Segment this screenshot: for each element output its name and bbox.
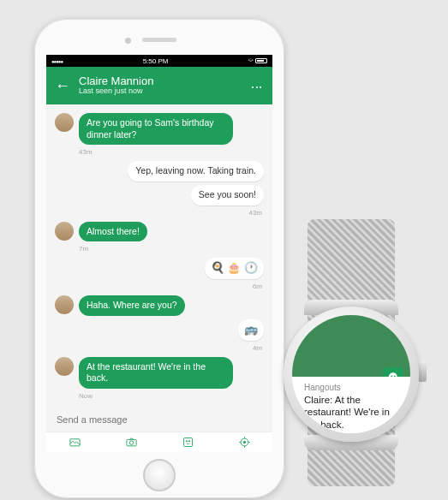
message-bubble-emoji[interactable]: 🍳 🎂 🕐 [205, 258, 264, 279]
message-row: Yep, leaving now. Taking train. [55, 161, 264, 182]
watch-case: Hangouts Claire: At the restaurant! We'r… [284, 307, 419, 442]
timestamp: 6m [55, 283, 262, 290]
status-time: 5:50 PM [143, 57, 169, 65]
watch-notification-text: Claire: At the restaurant! We're in the … [304, 394, 398, 431]
phone-front-camera [125, 38, 131, 44]
status-bar: 5:50 PM [46, 55, 272, 67]
message-row: At the restaurant! We're in the back. [55, 357, 264, 389]
location-icon[interactable] [237, 436, 251, 449]
composer[interactable] [46, 408, 272, 432]
timestamp: 7m [79, 245, 264, 253]
message-input[interactable] [57, 414, 262, 425]
bottom-toolbar [46, 432, 272, 452]
avatar[interactable] [55, 222, 74, 241]
sticker-icon[interactable] [181, 436, 194, 449]
battery-icon [248, 57, 267, 65]
message-bubble-out[interactable]: Yep, leaving now. Taking train. [128, 161, 264, 182]
phone-screen: 5:50 PM ← Claire Mannion Last seen just … [46, 55, 272, 452]
message-bubble-in[interactable]: At the restaurant! We're in the back. [79, 357, 233, 389]
svg-point-4 [186, 441, 187, 442]
watch-app-name: Hangouts [304, 383, 398, 392]
watch-notification-body[interactable]: Hangouts Claire: At the restaurant! We'r… [292, 377, 410, 433]
message-row: Almost there! [55, 222, 264, 242]
svg-point-7 [243, 441, 246, 443]
phone-device: 5:50 PM ← Claire Mannion Last seen just … [34, 19, 284, 498]
message-bubble-in[interactable]: Haha. Where are you? [79, 295, 185, 316]
chat-header: ← Claire Mannion Last seen just now [46, 67, 272, 104]
signal-icon [51, 57, 63, 65]
message-row: Haha. Where are you? [55, 295, 264, 316]
back-icon[interactable]: ← [55, 77, 70, 95]
watch-crown[interactable] [418, 361, 427, 382]
contact-name: Claire Mannion [79, 75, 242, 87]
watch-device: Hangouts Claire: At the restaurant! We'r… [277, 219, 426, 486]
contact-subtitle: Last seen just now [79, 87, 242, 96]
gallery-icon[interactable] [68, 436, 81, 449]
avatar[interactable] [55, 357, 74, 376]
message-row: Are you going to Sam's birthday dinner l… [55, 113, 264, 145]
timestamp: 43m [79, 148, 264, 156]
message-bubble-emoji[interactable]: 🚌 [238, 319, 264, 341]
chat-area[interactable]: Are you going to Sam's birthday dinner l… [46, 104, 272, 408]
phone-speaker [142, 38, 176, 42]
watch-face[interactable]: Hangouts Claire: At the restaurant! We'r… [292, 315, 410, 433]
home-button[interactable] [143, 459, 176, 491]
message-row: 🍳 🎂 🕐 [55, 258, 264, 279]
wifi-icon [248, 57, 253, 65]
message-row: 🚌 [55, 319, 264, 341]
message-row: See you soon! [55, 185, 264, 205]
svg-point-5 [188, 441, 189, 442]
more-icon[interactable] [250, 81, 264, 91]
svg-rect-3 [183, 438, 192, 447]
message-bubble-in[interactable]: Almost there! [79, 222, 147, 242]
camera-icon[interactable] [124, 436, 138, 449]
timestamp: Now [79, 392, 264, 400]
message-bubble-in[interactable]: Are you going to Sam's birthday dinner l… [79, 113, 233, 145]
message-bubble-out[interactable]: See you soon! [191, 185, 264, 205]
header-title-block[interactable]: Claire Mannion Last seen just now [79, 75, 242, 96]
timestamp: 43m [55, 209, 262, 217]
svg-point-2 [129, 441, 133, 444]
avatar[interactable] [55, 295, 74, 314]
avatar[interactable] [55, 113, 74, 132]
timestamp: 4m [55, 344, 262, 352]
